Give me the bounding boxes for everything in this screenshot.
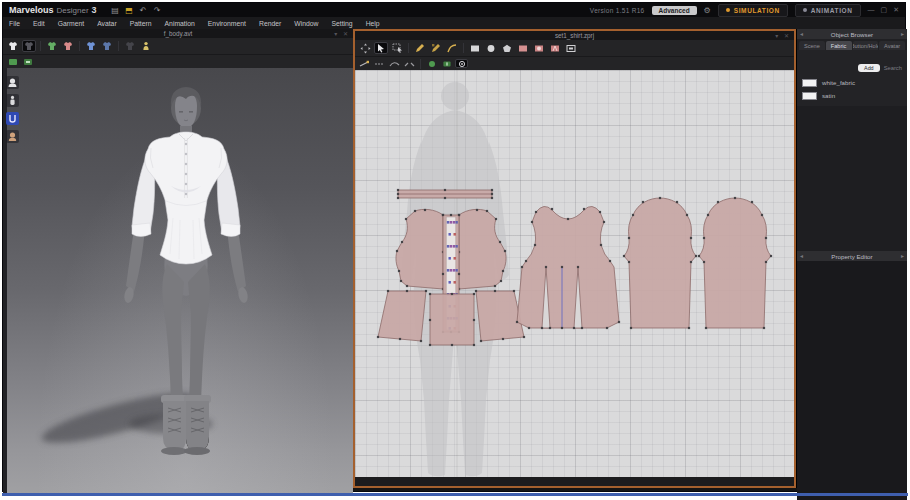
menu-item-setting[interactable]: Setting [331,20,352,27]
pattern-piece-front-left[interactable] [396,209,444,290]
prop-collapse-right-icon[interactable]: ▸ [901,252,904,259]
detach-sewing-icon[interactable] [403,59,416,68]
viewport-3d-tab-title: f_body.avt [164,30,193,37]
menu-item-animation[interactable]: Animation [165,20,195,27]
show-seamlines-icon[interactable] [61,40,75,52]
show-pressure-icon[interactable] [123,40,137,52]
add-fabric-button[interactable]: Add [858,64,880,72]
simulation-button[interactable]: SIMULATION [718,4,788,17]
gear-icon[interactable]: ⚙ [704,6,711,15]
title-bar: Marvelous Designer 3 ▤ ⬒ ↶ ↷ Version 1.5… [3,3,905,17]
pen-tool-icon[interactable] [413,42,427,54]
tab-fabric[interactable]: Fabric [826,41,852,50]
pattern-piece-sleeve-left[interactable] [623,197,697,329]
collapse-left-icon[interactable]: ◂ [800,30,803,37]
show-pins-icon[interactable] [84,40,98,52]
show-internal-lines-icon[interactable] [45,40,59,52]
trace-pattern-icon[interactable] [564,42,578,54]
curve-tool-icon[interactable] [445,42,459,54]
internal-dart-icon[interactable] [548,42,562,54]
object-browser-header[interactable]: ◂ Object Browser ▸ [797,29,907,39]
edit-sewing-icon[interactable] [358,59,371,68]
internal-circle-icon[interactable] [532,42,546,54]
menu-item-garment[interactable]: Garment [58,20,84,27]
show-garment-icon[interactable] [6,40,20,52]
panel-dock-icons[interactable]: ▾ ✕ [334,30,350,37]
pattern-piece-sleeve-right[interactable] [698,197,772,329]
tab-avatar[interactable]: Avatar [879,41,905,50]
menu-item-file[interactable]: File [9,20,20,27]
simulation-button-label: SIMULATION [734,7,780,14]
tab-button-hole[interactable]: Button/Hole [853,41,879,50]
pattern-piece-peplum-center[interactable] [429,293,475,346]
menu-item-avatar[interactable]: Avatar [97,20,117,27]
viewport-2d-tab-title: set1_shirt.zprj [555,32,594,39]
avatar-head-icon[interactable] [6,76,19,89]
minimize-button[interactable]: — [868,6,875,14]
viewport-3d[interactable] [3,68,353,493]
internal-rect-icon[interactable] [516,42,530,54]
sync-2d3d-icon[interactable] [6,57,19,66]
transform-pattern-icon[interactable] [358,42,372,54]
polygon-pattern-icon[interactable] [500,42,514,54]
add-point-tool-icon[interactable] [429,42,443,54]
fabric-list-item[interactable]: white_fabric [797,76,907,89]
attach-button-tool-icon[interactable] [455,59,468,68]
show-stitches-icon[interactable] [100,40,114,52]
show-avatar-icon[interactable] [22,40,36,52]
folder-icon[interactable]: ⬒ [125,6,134,15]
screenshot-frame: Marvelous Designer 3 ▤ ⬒ ↶ ↷ Version 1.5… [0,0,910,500]
collapse-right-icon[interactable]: ▸ [901,30,904,37]
pattern-piece-peplum-left[interactable] [377,290,427,342]
property-editor-title: Property Editor [831,253,872,260]
viewport-3d-tab[interactable]: f_body.avt ▾ ✕ [3,29,353,38]
arrangement-points-icon[interactable] [6,112,19,125]
select-tool-icon[interactable] [374,42,388,54]
menu-item-edit[interactable]: Edit [33,20,45,27]
search-label: Search [884,65,902,71]
circle-pattern-icon[interactable] [484,42,498,54]
save-icon[interactable]: ▤ [111,6,120,15]
viewport-2d-tab[interactable]: set1_shirt.zprj ▾ ✕ [355,31,794,40]
viewport-2d-panel: set1_shirt.zprj ▾ ✕ [353,29,796,488]
avatar-3d-render [3,68,353,493]
property-editor-header[interactable]: ◂ Property Editor ▸ [797,251,907,261]
redo-icon[interactable]: ↷ [153,6,162,15]
menu-item-environment[interactable]: Environment [208,20,246,27]
tab-scene[interactable]: Scene [799,41,825,50]
menu-item-render[interactable]: Render [259,20,281,27]
fabric-list-item[interactable]: satin [797,89,907,102]
fabric-name: white_fabric [822,79,855,86]
pattern-piece-back[interactable] [516,206,620,329]
pattern-canvas-2d[interactable] [355,70,794,477]
buttonhole-tool-icon[interactable] [440,59,453,68]
app-logo-version: 3 [92,5,97,15]
menu-item-help[interactable]: Help [366,20,380,27]
advanced-mode-button[interactable]: Advanced [652,6,697,15]
garment-blouse-3d[interactable] [132,132,240,264]
animation-button[interactable]: ANIMATION [795,4,861,17]
rectangle-pattern-icon[interactable] [468,42,482,54]
button-tool-icon[interactable] [425,59,438,68]
quick-toolbar: ▤ ⬒ ↶ ↷ [111,6,162,15]
right-sidebar: ◂ Object Browser ▸ Scene Fabric Button/H… [796,29,907,488]
avatar-body-icon[interactable] [6,94,19,107]
show-arrangement-icon[interactable] [139,40,153,52]
undo-icon[interactable]: ↶ [139,6,148,15]
prop-collapse-left-icon[interactable]: ◂ [800,252,803,259]
panel-dock-icons-2d[interactable]: ▾ ✕ [775,32,791,39]
skin-offset-icon[interactable] [6,130,19,143]
toolbar-2d-row2 [355,57,794,70]
select-box-tool-icon[interactable] [390,42,404,54]
pattern-piece-band[interactable] [397,189,493,199]
simulation-state-icon [726,8,730,12]
segment-sewing-icon[interactable] [373,59,386,68]
fabric-name: satin [822,92,835,99]
menu-item-pattern[interactable]: Pattern [130,20,152,27]
maximize-button[interactable]: ▢ [881,6,888,14]
fabric-swatch [802,92,817,100]
close-button[interactable]: ✕ [893,6,899,14]
free-sewing-icon[interactable] [388,59,401,68]
simulate-quality-icon[interactable] [21,57,34,66]
menu-item-window[interactable]: Window [294,20,318,27]
